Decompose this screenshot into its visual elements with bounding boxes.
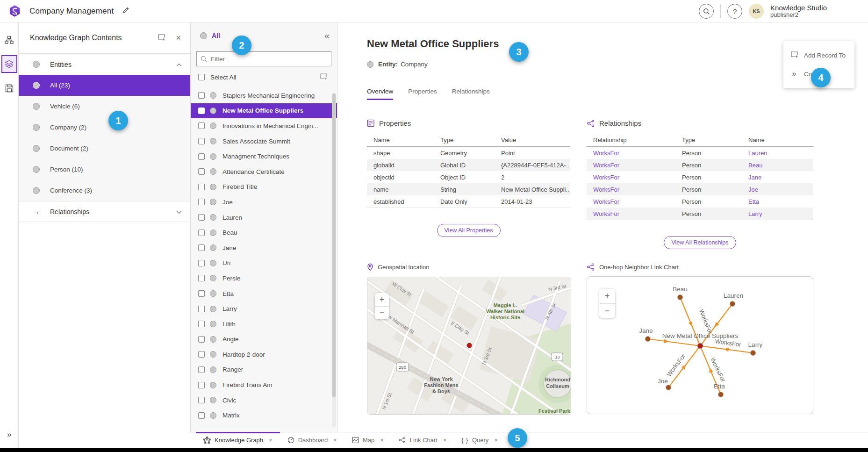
edit-title-icon[interactable] — [122, 7, 129, 16]
entity-checkbox[interactable] — [198, 108, 205, 114]
entity-checkbox[interactable] — [198, 260, 205, 266]
entity-type-row[interactable]: Document (2) — [19, 138, 190, 159]
map-zoom-in-button[interactable]: + — [375, 293, 389, 306]
relationship-name-link[interactable]: Jane — [742, 174, 813, 181]
entity-list-item[interactable]: Matrix — [191, 408, 337, 423]
chart-zoom-out-button[interactable]: − — [599, 303, 615, 318]
tab-query[interactable]: { } Query × — [454, 432, 505, 448]
entity-checkbox[interactable] — [198, 306, 205, 312]
entity-checkbox[interactable] — [198, 275, 205, 281]
entity-list-item[interactable]: Ranger — [191, 362, 337, 378]
entity-list-item[interactable]: Lauren — [191, 210, 337, 225]
entity-checkbox[interactable] — [198, 351, 205, 358]
chart-zoom-in-button[interactable]: + — [599, 289, 615, 303]
entity-checkbox[interactable] — [198, 244, 205, 251]
map-zoom-out-button[interactable]: − — [375, 306, 389, 319]
entity-checkbox[interactable] — [198, 138, 205, 144]
relationship-name-link[interactable]: Larry — [742, 210, 813, 217]
close-panel-icon[interactable]: × — [176, 33, 181, 43]
scrollbar-thumb[interactable] — [332, 93, 336, 397]
close-tab-icon[interactable]: × — [333, 437, 337, 444]
view-all-properties-button[interactable]: View All Properties — [437, 224, 501, 237]
save-icon[interactable] — [1, 79, 17, 97]
entity-checkbox[interactable] — [198, 290, 205, 297]
entity-checkbox[interactable] — [198, 397, 205, 403]
user-avatar[interactable]: KS — [749, 4, 764, 19]
relationship-link[interactable]: WorksFor — [587, 186, 675, 193]
relationship-link[interactable]: WorksFor — [587, 150, 675, 157]
entity-checkbox[interactable] — [198, 184, 205, 190]
relationships-section-header[interactable]: → Relationships — [19, 201, 190, 222]
add-record-icon[interactable] — [158, 33, 165, 43]
relationship-link[interactable]: WorksFor — [587, 162, 675, 169]
view-all-relationships-button[interactable]: View All Relationships — [664, 236, 736, 249]
relationship-link[interactable]: WorksFor — [587, 174, 675, 181]
relationship-name-link[interactable]: Etta — [742, 198, 813, 205]
tab-map[interactable]: Map × — [344, 432, 391, 448]
tab-knowledge-graph[interactable]: Knowledge Graph × — [196, 432, 280, 448]
entity-checkbox[interactable] — [198, 92, 205, 99]
select-all-checkbox[interactable] — [198, 74, 205, 80]
entity-list-item[interactable]: Civic — [191, 393, 337, 408]
entity-list-item[interactable]: Angie — [191, 332, 337, 347]
close-tab-icon[interactable]: × — [443, 437, 447, 444]
search-button[interactable] — [699, 4, 714, 19]
entity-list-item[interactable]: Lilith — [191, 316, 337, 332]
menu-item-add-record-to[interactable]: Add Record To — [783, 46, 854, 65]
help-button[interactable]: ? — [727, 4, 742, 19]
relationship-link[interactable]: WorksFor — [587, 198, 675, 205]
entity-list-item[interactable]: Firebird Title — [191, 179, 337, 195]
entity-checkbox[interactable] — [198, 230, 205, 236]
user-info[interactable]: Knowledge Studio publisher2 — [770, 4, 827, 19]
entity-checkbox[interactable] — [198, 336, 205, 343]
entity-type-row[interactable]: Person (10) — [19, 159, 190, 180]
relationship-name-link[interactable]: Joe — [742, 186, 813, 193]
entity-type-row[interactable]: Company (2) — [19, 117, 190, 138]
relationship-name-link[interactable]: Lauren — [742, 150, 813, 157]
link-chart-canvas[interactable]: WorksFor WorksFor WorksFor WorksFor — [587, 276, 813, 414]
layers-icon[interactable] — [1, 55, 17, 73]
tab-overview[interactable]: Overview — [367, 88, 393, 100]
entity-checkbox[interactable] — [198, 382, 205, 388]
entity-list-item[interactable]: Managment Techniques — [191, 149, 337, 164]
entity-type-row[interactable]: All (23) — [19, 75, 190, 96]
entity-list-item[interactable]: Innovations in Mechanical Engin... — [191, 118, 337, 134]
entity-list-item[interactable]: Attendance Certificate — [191, 164, 337, 179]
entity-list-item[interactable]: Hardtop 2-door — [191, 347, 337, 362]
map-canvas[interactable]: 250 33 W Clay St W Marshall St E Clay St… — [367, 277, 571, 415]
entity-checkbox[interactable] — [198, 412, 205, 419]
entity-list-item[interactable]: Sales Associate Summit — [191, 134, 337, 149]
entity-list-item[interactable]: Beau — [191, 225, 337, 240]
collapse-panel-icon[interactable]: « — [324, 31, 330, 40]
entities-section-header[interactable]: Entities — [19, 54, 190, 75]
tab-properties[interactable]: Properties — [408, 88, 437, 100]
entity-checkbox[interactable] — [198, 168, 205, 175]
entity-checkbox[interactable] — [198, 199, 205, 205]
entity-checkbox[interactable] — [198, 122, 205, 129]
entity-checkbox[interactable] — [198, 366, 205, 373]
entity-list-item[interactable]: Firebird Trans Am — [191, 377, 337, 393]
close-tab-icon[interactable]: × — [494, 437, 498, 444]
close-tab-icon[interactable]: × — [269, 437, 273, 444]
entity-list-item[interactable]: Joe — [191, 194, 337, 210]
entity-checkbox[interactable] — [198, 321, 205, 327]
entity-list-item[interactable]: Persie — [191, 271, 337, 286]
close-tab-icon[interactable]: × — [380, 437, 384, 444]
relationship-name-link[interactable]: Beau — [742, 162, 813, 169]
entity-list-item[interactable]: Larry — [191, 301, 337, 316]
relationship-link[interactable]: WorksFor — [587, 210, 675, 217]
entity-list-item[interactable]: Staplers Mechanical Engineering — [191, 88, 337, 103]
tab-link-chart[interactable]: Link Chart × — [391, 432, 454, 448]
entity-type-row[interactable]: Vehicle (6) — [19, 96, 190, 117]
filter-input[interactable] — [211, 56, 327, 63]
entity-checkbox[interactable] — [198, 153, 205, 160]
add-record-icon[interactable] — [320, 72, 328, 82]
entity-list-item[interactable]: New Metal Office Suppliers — [191, 103, 337, 119]
entity-list-item[interactable]: Uri — [191, 256, 337, 271]
expand-rail-icon[interactable]: » — [0, 430, 19, 439]
tab-relationships[interactable]: Relationships — [452, 88, 490, 100]
entity-type-row[interactable]: Conference (3) — [19, 180, 190, 201]
entity-list-item[interactable]: Jane — [191, 240, 337, 256]
tab-dashboard[interactable]: Dashboard × — [280, 432, 344, 448]
entity-checkbox[interactable] — [198, 214, 205, 221]
